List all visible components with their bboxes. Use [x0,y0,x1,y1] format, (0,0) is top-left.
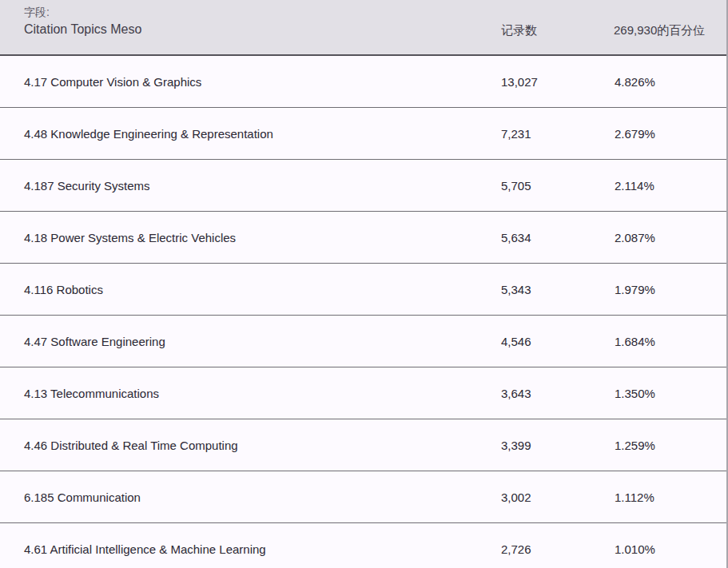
records-count: 4,546 [501,335,531,348]
percentile-value: 2.679% [615,127,655,141]
percentile-value: 1.684% [615,335,655,348]
records-count: 2,726 [501,542,531,556]
percentile-value: 1.010% [615,542,655,556]
citation-topics-analyze-table: 字段: Citation Topics Meso 记录数 269,930的百分位… [0,0,728,568]
table-row[interactable]: 4.47 Software Engineering 4,546 1.684% [0,316,726,367]
records-count: 5,705 [501,179,531,193]
topic-label: 4.116 Robotics [24,283,103,296]
column-header-percentile: 269,930的百分位 [614,23,705,38]
table-row[interactable]: 4.187 Security Systems 5,705 2.114% [0,160,726,212]
table-row[interactable]: 4.46 Distributed & Real Time Computing 3… [0,419,726,471]
percentile-value: 2.114% [615,179,654,193]
records-count: 5,634 [501,231,531,244]
records-count: 13,027 [501,75,538,89]
topic-label: 4.187 Security Systems [24,179,150,193]
percentile-value: 1.350% [615,387,655,400]
table-row[interactable]: 4.17 Computer Vision & Graphics 13,027 4… [0,56,726,108]
table-row[interactable]: 6.185 Communication 3,002 1.112% [0,471,726,523]
table-row[interactable]: 4.116 Robotics 5,343 1.979% [0,264,726,316]
records-count: 3,399 [501,439,531,452]
table-row[interactable]: 4.13 Telecommunications 3,643 1.350% [0,367,726,419]
table-header: 字段: Citation Topics Meso 记录数 269,930的百分位 [0,0,726,56]
topic-label: 4.47 Software Engineering [24,335,165,348]
table-row[interactable]: 4.61 Artificial Intelligence & Machine L… [0,523,726,568]
records-count: 5,343 [501,283,531,296]
table-row[interactable]: 4.48 Knowledge Engineering & Representat… [0,108,726,160]
records-count: 3,643 [501,387,531,400]
percentile-value: 1.259% [615,439,655,452]
records-count: 3,002 [501,491,531,504]
topic-label: 4.17 Computer Vision & Graphics [24,75,201,89]
table-row[interactable]: 4.18 Power Systems & Electric Vehicles 5… [0,212,726,264]
field-value-citation-topics-meso: Citation Topics Meso [24,22,141,37]
topic-label: 6.185 Communication [24,491,141,504]
topic-label: 4.18 Power Systems & Electric Vehicles [24,231,236,244]
percentile-value: 1.112% [615,491,654,504]
field-label: 字段: [24,6,50,20]
percentile-value: 2.087% [615,231,655,244]
topic-label: 4.61 Artificial Intelligence & Machine L… [24,542,266,556]
table-body: 4.17 Computer Vision & Graphics 13,027 4… [0,56,726,568]
column-header-records: 记录数 [501,23,537,38]
percentile-value: 4.826% [615,75,655,89]
topic-label: 4.46 Distributed & Real Time Computing [24,439,238,452]
topic-label: 4.48 Knowledge Engineering & Representat… [24,127,273,141]
topic-label: 4.13 Telecommunications [24,387,159,400]
percentile-value: 1.979% [615,283,655,296]
records-count: 7,231 [501,127,531,141]
